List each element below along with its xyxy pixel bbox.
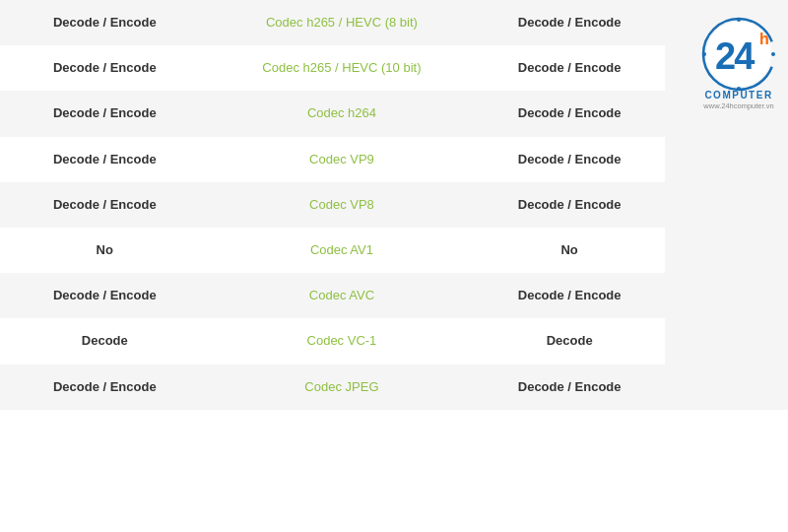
logo-svg: 24 h xyxy=(699,15,778,94)
codec-left-value: Decode / Encode xyxy=(0,45,210,91)
codec-right-value: Decode / Encode xyxy=(474,273,665,318)
codec-center-label: Codec h265 / HEVC (8 bit) xyxy=(210,0,475,45)
codec-table: Decode / EncodeCodec h265 / HEVC (8 bit)… xyxy=(0,0,788,410)
main-container: Decode / EncodeCodec h265 / HEVC (8 bit)… xyxy=(0,0,788,532)
logo-area: 24 h COMPUTER www.24hcomputer.vn xyxy=(699,10,778,110)
codec-left-value: Decode / Encode xyxy=(0,365,210,410)
codec-center-label: Codec AVC xyxy=(210,273,475,318)
codec-center-label: Codec VP9 xyxy=(210,137,475,182)
svg-text:24: 24 xyxy=(715,35,755,77)
svg-point-7 xyxy=(771,52,775,56)
codec-center-label: Codec VC-1 xyxy=(210,318,475,364)
codec-right-value: No xyxy=(474,228,665,273)
svg-point-6 xyxy=(702,52,706,56)
codec-left-value: Decode / Encode xyxy=(0,91,210,136)
codec-right-value: Decode / Encode xyxy=(474,365,665,410)
codec-right-value: Decode / Encode xyxy=(474,91,665,136)
codec-right-value: Decode / Encode xyxy=(474,45,665,91)
codec-right-value: Decode / Encode xyxy=(474,0,665,45)
codec-left-value: No xyxy=(0,228,210,273)
table-row: Decode / EncodeCodec h265 / HEVC (8 bit)… xyxy=(0,0,788,45)
svg-point-4 xyxy=(737,18,741,22)
logo-url: www.24hcomputer.vn xyxy=(703,101,773,110)
codec-right-value: Decode / Encode xyxy=(474,137,665,182)
codec-left-value: Decode xyxy=(0,318,210,364)
codec-left-value: Decode / Encode xyxy=(0,0,210,45)
logo-brand: COMPUTER xyxy=(704,90,772,100)
codec-center-label: Codec VP8 xyxy=(210,182,475,228)
codec-left-value: Decode / Encode xyxy=(0,273,210,318)
codec-center-label: Codec JPEG xyxy=(210,365,475,410)
codec-right-value: Decode xyxy=(474,318,665,364)
svg-text:h: h xyxy=(759,31,769,47)
codec-center-label: Codec h265 / HEVC (10 bit) xyxy=(210,45,475,91)
codec-left-value: Decode / Encode xyxy=(0,137,210,182)
codec-center-label: Codec h264 xyxy=(210,91,475,136)
codec-left-value: Decode / Encode xyxy=(0,182,210,228)
codec-center-label: Codec AV1 xyxy=(210,228,475,273)
codec-right-value: Decode / Encode xyxy=(474,182,665,228)
